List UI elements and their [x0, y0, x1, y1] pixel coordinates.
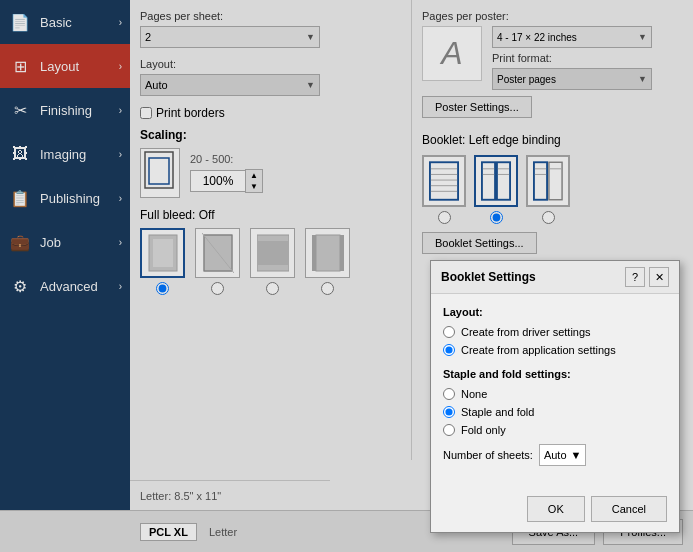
dialog-overlay: Booklet Settings ? ✕ Layout: Create from…	[0, 0, 693, 552]
num-sheets-dropdown-icon: ▼	[571, 449, 582, 461]
create-app-radio[interactable]	[443, 344, 455, 356]
fold-only-label: Fold only	[461, 424, 506, 436]
dialog-close-button[interactable]: ✕	[649, 267, 669, 287]
staple-fold-label: Staple and fold	[461, 406, 534, 418]
dialog-title: Booklet Settings	[441, 270, 625, 284]
none-label: None	[461, 388, 487, 400]
create-app-label: Create from application settings	[461, 344, 616, 356]
num-sheets-row: Number of sheets: Auto ▼	[443, 444, 667, 466]
booklet-settings-dialog: Booklet Settings ? ✕ Layout: Create from…	[430, 260, 680, 533]
fold-only-row: Fold only	[443, 424, 667, 436]
dialog-staple-section: Staple and fold settings: None Staple an…	[443, 368, 667, 466]
dialog-staple-label: Staple and fold settings:	[443, 368, 667, 380]
none-row: None	[443, 388, 667, 400]
staple-fold-row: Staple and fold	[443, 406, 667, 418]
dialog-footer: OK Cancel	[431, 490, 679, 532]
dialog-titlebar: Booklet Settings ? ✕	[431, 261, 679, 294]
dialog-body: Layout: Create from driver settings Crea…	[431, 294, 679, 490]
dialog-ok-button[interactable]: OK	[527, 496, 585, 522]
dialog-layout-label: Layout:	[443, 306, 667, 318]
num-sheets-value: Auto	[544, 449, 567, 461]
staple-fold-radio[interactable]	[443, 406, 455, 418]
none-radio[interactable]	[443, 388, 455, 400]
create-driver-radio[interactable]	[443, 326, 455, 338]
fold-only-radio[interactable]	[443, 424, 455, 436]
num-sheets-label: Number of sheets:	[443, 449, 533, 461]
dialog-cancel-button[interactable]: Cancel	[591, 496, 667, 522]
dialog-help-button[interactable]: ?	[625, 267, 645, 287]
create-driver-row: Create from driver settings	[443, 326, 667, 338]
num-sheets-select[interactable]: Auto ▼	[539, 444, 587, 466]
create-driver-label: Create from driver settings	[461, 326, 591, 338]
dialog-layout-section: Layout: Create from driver settings Crea…	[443, 306, 667, 356]
create-app-row: Create from application settings	[443, 344, 667, 356]
